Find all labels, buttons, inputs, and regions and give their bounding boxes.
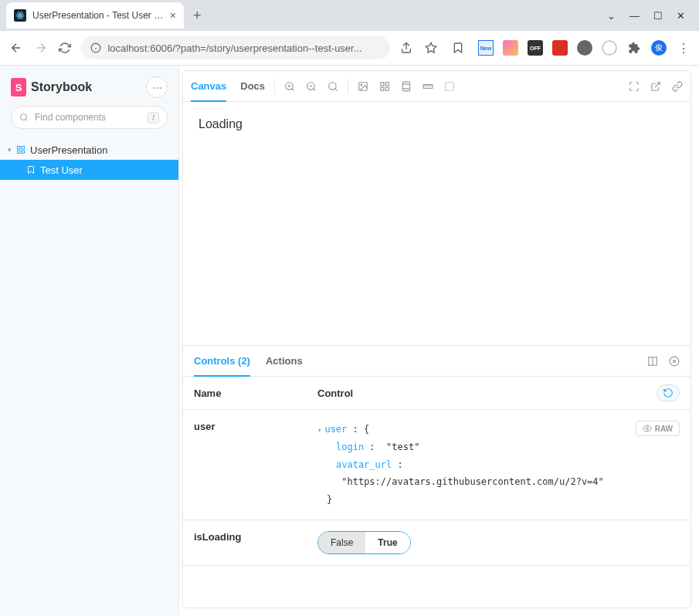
svg-rect-6 [18, 147, 21, 150]
toggle-false[interactable]: False [318, 532, 365, 553]
separator [348, 79, 348, 94]
extension-red-icon[interactable] [552, 40, 568, 56]
forward-button[interactable] [32, 37, 49, 59]
tree-component-userpresentation[interactable]: ▾ UserPresentation [0, 140, 178, 160]
viewport-icon[interactable] [401, 81, 412, 92]
tab-docs[interactable]: Docs [240, 71, 265, 101]
tab-close-icon[interactable]: × [170, 9, 176, 22]
maximize-icon[interactable]: ☐ [653, 10, 663, 22]
search-wrap: Find components / [0, 106, 178, 137]
svg-rect-7 [22, 147, 25, 150]
minimize-icon[interactable]: — [629, 10, 640, 22]
col-header-name: Name [194, 388, 317, 399]
svg-point-5 [21, 114, 27, 120]
eye-icon [643, 424, 652, 433]
browser-menu-icon[interactable]: ⋮ [676, 40, 691, 56]
sidebar-header: S Storybook ⋯ [0, 66, 178, 106]
storybook-logo-icon: S [11, 78, 26, 96]
main-area: Canvas Docs [179, 66, 699, 616]
extension-gray-icon[interactable] [577, 40, 592, 56]
svg-rect-15 [381, 82, 384, 85]
storybook-app: S Storybook ⋯ Find components / ▾ UserPr… [0, 66, 699, 616]
extension-off-icon[interactable]: OFF [528, 40, 543, 56]
svg-rect-19 [402, 82, 409, 91]
search-shortcut: / [148, 112, 159, 124]
extensions-puzzle-icon[interactable] [626, 40, 642, 56]
window-controls: ⌄ — ☐ ✕ [607, 10, 699, 22]
extension-new-icon[interactable]: New [478, 40, 494, 56]
tab-canvas[interactable]: Canvas [191, 72, 226, 102]
extension-circle-icon[interactable] [602, 40, 617, 56]
bookmark-icon [26, 165, 36, 174]
svg-rect-8 [22, 151, 25, 154]
extension-pink-icon[interactable] [503, 40, 518, 56]
svg-point-0 [19, 15, 21, 16]
component-icon [16, 145, 25, 154]
svg-point-12 [329, 82, 336, 89]
profile-avatar[interactable]: 俊 [651, 40, 667, 56]
svg-rect-16 [385, 82, 389, 85]
browser-chrome: UserPresentation - Test User · Sto × + ⌄… [0, 0, 699, 66]
back-button[interactable] [8, 37, 25, 59]
bookmark-icon[interactable] [447, 37, 469, 59]
info-icon [90, 42, 101, 53]
sidebar-menu-button[interactable]: ⋯ [146, 76, 168, 98]
preview-panel: Canvas Docs [182, 70, 691, 608]
raw-toggle-button[interactable]: RAW [636, 421, 680, 436]
new-tab-button[interactable]: + [193, 8, 202, 24]
grid-icon[interactable] [379, 81, 390, 92]
tree-story-label: Test User [40, 164, 83, 176]
controls-header: Name Control [183, 377, 691, 410]
toggle-true[interactable]: True [365, 532, 409, 553]
chevron-down-icon[interactable]: ⌄ [607, 10, 616, 22]
svg-rect-17 [385, 87, 389, 90]
copy-link-icon[interactable] [672, 81, 683, 92]
share-icon[interactable] [398, 37, 415, 59]
background-icon[interactable] [358, 81, 368, 92]
tab-actions[interactable]: Actions [266, 346, 303, 376]
control-row-isloading: isLoading False True [183, 520, 691, 566]
addon-close-icon[interactable] [669, 356, 680, 367]
control-name-user: user [194, 421, 317, 432]
outline-icon[interactable] [444, 81, 455, 92]
component-tree: ▾ UserPresentation Test User [0, 137, 178, 180]
url-text: localhost:6006/?path=/story/userpresenta… [107, 42, 361, 54]
zoom-reset-icon[interactable] [327, 81, 338, 92]
sidebar: S Storybook ⋯ Find components / ▾ UserPr… [0, 66, 179, 616]
reload-button[interactable] [57, 37, 74, 59]
tree-component-label: UserPresentation [30, 144, 107, 156]
addon-orientation-icon[interactable] [647, 356, 658, 367]
tree-story-test-user[interactable]: Test User [0, 160, 178, 180]
zoom-out-icon[interactable] [306, 81, 317, 92]
col-header-control: Control [317, 388, 657, 399]
tab-controls[interactable]: Controls (2) [194, 347, 250, 377]
browser-tab[interactable]: UserPresentation - Test User · Sto × [6, 2, 184, 29]
addon-tabs: Controls (2) Actions [183, 346, 691, 377]
reset-controls-button[interactable] [657, 384, 680, 401]
svg-point-24 [646, 428, 648, 430]
control-value-user[interactable]: ▾user : { login : "test" avatar_url : "h… [317, 421, 636, 509]
search-icon [19, 113, 29, 122]
chevron-down-icon[interactable]: ▾ [317, 426, 321, 434]
tab-title: UserPresentation - Test User · Sto [32, 10, 165, 21]
chevron-down-icon: ▾ [8, 146, 12, 154]
search-placeholder: Find components [35, 112, 106, 123]
svg-rect-21 [446, 82, 454, 90]
storybook-logo[interactable]: S Storybook [11, 78, 92, 96]
close-icon[interactable]: ✕ [677, 10, 685, 22]
boolean-toggle[interactable]: False True [317, 531, 411, 554]
control-value-isloading: False True [317, 531, 680, 554]
open-new-tab-icon[interactable] [650, 81, 661, 92]
titlebar: UserPresentation - Test User · Sto × + ⌄… [0, 0, 699, 31]
zoom-in-icon[interactable] [284, 81, 295, 92]
search-input[interactable]: Find components / [11, 106, 168, 129]
url-field[interactable]: localhost:6006/?path=/story/userpresenta… [81, 36, 390, 59]
svg-point-14 [361, 84, 362, 86]
canvas-content: Loading [199, 117, 243, 130]
star-icon[interactable] [422, 37, 439, 59]
react-favicon [14, 9, 26, 22]
controls-table: Name Control user ▾user : { login : "tes… [183, 377, 691, 608]
control-name-isloading: isLoading [194, 531, 317, 543]
measure-icon[interactable] [422, 81, 433, 92]
fullscreen-icon[interactable] [629, 81, 640, 92]
